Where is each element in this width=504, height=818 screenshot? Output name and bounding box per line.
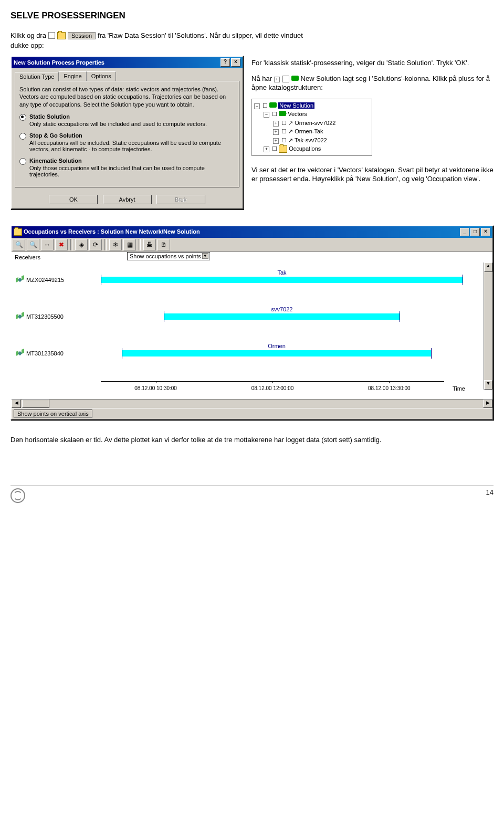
occupation-label: Tak [277, 269, 286, 276]
new-solution-dialog: New Solution Process Properties ? × Solu… [10, 56, 244, 209]
option-static-desc: Only static occupations will be included… [29, 121, 207, 127]
occupation-bar-tak[interactable]: Tak [101, 277, 463, 283]
scroll-thumb[interactable] [22, 400, 49, 408]
receiver-name: MZX02449215 [26, 277, 64, 283]
cancel-button[interactable]: Avbryt [103, 195, 152, 204]
tree-plus-icon[interactable]: + [273, 138, 279, 144]
intro-text-1b: fra 'Raw Data Session' til 'Solutions'. … [98, 32, 303, 39]
tree-plus-icon[interactable]: + [273, 129, 279, 135]
apply-button[interactable]: Bruk [156, 195, 205, 204]
receiver-lane: MT301235840 Ormen [12, 335, 484, 372]
tree-vectors[interactable]: Vectors [288, 111, 307, 117]
occupation-bar-ormen[interactable]: Ormen [122, 350, 432, 356]
checkbox-icon [48, 32, 55, 39]
occupations-title: Occupations vs Receivers : Solution New … [24, 228, 200, 235]
dialog-titlebar[interactable]: New Solution Process Properties ? × [12, 57, 243, 68]
option-kinematic-desc: Only those occupations will be included … [29, 165, 235, 177]
folder-icon [57, 32, 66, 39]
scroll-down-icon[interactable]: ▼ [484, 380, 492, 390]
page-heading: SELVE PROSESSERINGEN [10, 11, 494, 21]
tree-occupations[interactable]: Occupations [289, 145, 321, 152]
help-button[interactable]: ? [220, 58, 230, 67]
status-bar: Show points on vertical axis [12, 408, 492, 419]
vector-arrow-icon: ↗ [288, 120, 293, 126]
new-solution-icon [291, 76, 299, 81]
tree-vector-item[interactable]: Ormen-Tak [295, 128, 323, 134]
scroll-left-icon[interactable]: ◀ [12, 400, 21, 408]
checkbox-icon [282, 76, 289, 82]
intro-text-2: dukke opp: [10, 41, 494, 49]
intro-text-1a: Klikk og dra [10, 32, 46, 39]
close-button[interactable]: × [481, 228, 490, 236]
solution-tree[interactable]: − ☐ New Solution − ☐ Vectors + ☐ ↗ Ormen… [251, 99, 372, 156]
vector-arrow-icon: ↗ [288, 137, 293, 143]
zoom-out-icon[interactable]: 🔍 [27, 239, 39, 250]
plus-icon: + [274, 77, 280, 82]
print-icon[interactable]: 🖶 [143, 239, 156, 250]
delete-icon[interactable]: ✖ [55, 239, 68, 250]
freeze-icon[interactable]: ❄ [109, 239, 122, 250]
occupations-titlebar[interactable]: Occupations vs Receivers : Solution New … [12, 226, 492, 238]
ok-button[interactable]: OK [49, 195, 98, 204]
tree-plus-icon[interactable]: + [264, 146, 269, 152]
tree-root[interactable]: New Solution [278, 102, 314, 109]
tab-solution-type[interactable]: Solution Type [15, 72, 59, 81]
occupations-window: Occupations vs Receivers : Solution New … [10, 225, 494, 420]
tree-vector-item[interactable]: Tak-svv7022 [295, 137, 327, 143]
vector-arrow-icon: ↗ [288, 128, 293, 134]
right-paragraph-1: For 'klassisk statisk'-prosessering, vel… [251, 58, 494, 68]
vertical-scrollbar[interactable]: ▲ ▼ [484, 263, 492, 390]
occupation-label: Ormen [268, 343, 286, 349]
right-paragraph-3: Vi ser at det er tre vektorer i 'Vectors… [251, 165, 494, 184]
tab-engine[interactable]: Engine [59, 71, 86, 81]
dialog-description: Solution can consist of two types of dat… [19, 86, 235, 108]
radio-stopgo-solution[interactable] [19, 133, 26, 140]
tree-minus-icon[interactable]: − [264, 112, 269, 118]
option-kinematic-label: Kinematic Solution [29, 158, 235, 164]
refresh-icon[interactable]: ⟳ [89, 239, 102, 250]
receiver-icon [16, 349, 24, 358]
radio-static-solution[interactable] [19, 114, 26, 121]
receiver-name: MT312305500 [26, 313, 64, 320]
session-label: Session [68, 32, 96, 39]
option-stopgo-label: Stop & Go Solution [29, 132, 235, 139]
preview-icon[interactable]: 🗎 [158, 239, 170, 250]
zoom-in-icon[interactable]: 🔍 [13, 239, 25, 250]
new-solution-icon [269, 102, 277, 108]
maximize-button[interactable]: □ [470, 228, 480, 236]
folder-icon [279, 145, 287, 153]
time-tick: 08.12.00 12:00:00 [251, 385, 294, 391]
bottom-paragraph: Den horisontale skalaen er tid. Av dette… [10, 436, 494, 444]
center-icon[interactable]: ◈ [75, 239, 88, 250]
occupations-chart: Receivers Show occupations vs points MZX… [12, 252, 492, 399]
radio-kinematic-solution[interactable] [19, 158, 26, 165]
view-mode-dropdown[interactable]: Show occupations vs points [127, 252, 210, 260]
time-tick: 08.12.00 13:30:00 [368, 385, 411, 391]
tree-vector-item[interactable]: Ormen-svv7022 [295, 120, 335, 126]
vectors-icon [279, 111, 286, 116]
tree-plus-icon[interactable]: + [273, 121, 279, 127]
time-axis-label: Time [453, 385, 465, 392]
receivers-axis-label: Receivers [15, 254, 40, 260]
grid-icon[interactable]: ▦ [123, 239, 136, 250]
scroll-right-icon[interactable]: ▶ [483, 400, 492, 408]
right-paragraph-2a: Nå har [251, 75, 272, 82]
horizontal-scrollbar[interactable]: ◀ ▶ [12, 399, 492, 408]
occupation-label: svv7022 [271, 306, 293, 312]
receiver-name: MT301235840 [26, 350, 64, 356]
footer-logo-icon [10, 488, 25, 503]
new-solution-label: New Solution [301, 75, 341, 82]
window-icon [14, 228, 22, 236]
dialog-title: New Solution Process Properties [14, 59, 104, 66]
occupation-bar-svv7022[interactable]: svv7022 [164, 313, 400, 320]
close-button[interactable]: × [231, 58, 240, 67]
time-tick: 08.12.00 10:30:00 [134, 385, 177, 391]
scroll-up-icon[interactable]: ▲ [484, 263, 492, 272]
zoom-horizontal-icon[interactable]: ↔ [41, 239, 54, 250]
tab-options[interactable]: Options [87, 71, 116, 81]
occupations-toolbar: 🔍 🔍 ↔ ✖ ◈ ⟳ ❄ ▦ 🖶 🗎 [12, 238, 492, 252]
minimize-button[interactable]: _ [460, 228, 469, 236]
tree-minus-icon[interactable]: − [254, 103, 260, 109]
receiver-lane: MZX02449215 Tak [12, 261, 484, 298]
receiver-icon [16, 276, 24, 284]
